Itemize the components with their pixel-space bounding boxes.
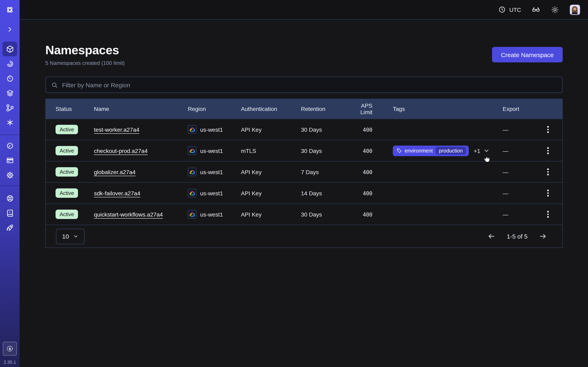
timezone-selector[interactable]: UTC	[498, 6, 521, 13]
aps-limit-cell: 400	[363, 127, 372, 133]
sidebar-item-deployments[interactable]	[2, 86, 17, 100]
sidebar-item-billing[interactable]	[2, 153, 17, 167]
gauge-icon	[6, 141, 14, 150]
search-bar[interactable]	[45, 77, 563, 93]
cube-icon	[6, 45, 14, 53]
row-menu-button[interactable]	[534, 126, 562, 133]
branch-icon	[6, 103, 14, 112]
sidebar-item-settings[interactable]	[2, 167, 17, 182]
workflows-icon	[6, 59, 14, 68]
sidebar: $ 2.35.1	[0, 0, 20, 367]
previous-page-button[interactable]	[488, 233, 495, 240]
user-avatar[interactable]	[570, 4, 580, 15]
tags-expand-button[interactable]	[484, 148, 490, 154]
sidebar-item-usage[interactable]	[2, 138, 17, 153]
export-cell: —	[503, 147, 534, 154]
auth-cell: API Key	[241, 169, 301, 175]
tags-more-count: +1	[474, 147, 480, 154]
dollar-badge-icon: $	[6, 345, 14, 353]
page-size-value: 10	[62, 233, 69, 240]
export-cell: —	[503, 169, 534, 175]
sidebar-item-worker-deployments[interactable]	[2, 100, 17, 115]
export-cell: —	[503, 211, 534, 217]
tag-chip[interactable]: environment production	[393, 145, 469, 156]
chevron-right-icon	[6, 26, 13, 33]
tag-icon	[397, 148, 402, 153]
column-header-status: Status	[46, 106, 94, 112]
status-badge: Active	[56, 188, 78, 198]
credits-badge-button[interactable]: $	[3, 342, 17, 356]
search-input[interactable]	[62, 81, 557, 88]
column-header-retention: Retention	[301, 106, 347, 112]
column-header-name: Name	[94, 106, 188, 112]
aps-limit-cell: 400	[363, 211, 372, 217]
namespace-link[interactable]: sdk-failover.a27a4	[94, 190, 140, 196]
rocket-icon	[6, 223, 14, 232]
sidebar-item-namespaces[interactable]	[2, 42, 17, 56]
page-size-select[interactable]: 10	[56, 229, 85, 244]
row-menu-button[interactable]	[534, 169, 562, 175]
sidebar-item-getting-started[interactable]	[2, 220, 17, 235]
sun-icon	[551, 6, 559, 14]
export-cell: —	[503, 190, 534, 196]
theme-toggle-button[interactable]	[551, 6, 559, 14]
chevron-down-icon	[73, 234, 78, 239]
temporal-logo-icon	[5, 0, 15, 20]
sidebar-item-schedules[interactable]	[2, 71, 17, 86]
create-namespace-button[interactable]: Create Namespace	[492, 47, 563, 62]
table-row: Active checkout-prod.a27a4 us-west1 mTLS…	[46, 140, 562, 161]
book-sparkles-icon	[6, 209, 14, 217]
region-label: us-west1	[200, 147, 223, 154]
status-badge: Active	[56, 167, 78, 176]
namespace-link[interactable]: checkout-prod.a27a4	[94, 147, 148, 154]
layers-icon	[6, 89, 14, 97]
svg-text:$: $	[9, 347, 11, 351]
gear-icon	[6, 171, 14, 179]
namespace-link[interactable]: globalizer.a27a4	[94, 169, 136, 175]
tags-cell: environment production +1	[378, 145, 503, 156]
region-label: us-west1	[200, 169, 223, 175]
sidebar-item-workflows[interactable]	[2, 56, 17, 71]
aps-limit-cell: 400	[363, 190, 372, 196]
sidebar-expand-button[interactable]	[2, 22, 17, 37]
sidebar-item-nexus[interactable]	[2, 115, 17, 130]
next-page-button[interactable]	[539, 233, 547, 240]
auth-cell: API Key	[241, 126, 301, 133]
row-menu-button[interactable]	[534, 147, 562, 154]
row-menu-button[interactable]	[534, 190, 562, 197]
retention-cell: 30 Days	[301, 126, 347, 133]
region-label: us-west1	[200, 211, 223, 217]
avatar-image	[570, 5, 579, 14]
namespace-link[interactable]: test-worker.a27a4	[94, 126, 139, 133]
timer-icon	[6, 74, 14, 83]
namespace-link[interactable]: quickstart-workflows.a27a4	[94, 211, 163, 217]
page-subtitle: 5 Namespaces created (100 limit)	[45, 60, 125, 66]
auth-cell: mTLS	[241, 147, 301, 154]
sidebar-item-docs[interactable]	[2, 206, 17, 220]
row-menu-button[interactable]	[534, 211, 562, 218]
billing-card-icon	[6, 156, 14, 165]
labs-toggle-button[interactable]	[532, 5, 540, 14]
app-version: 2.35.1	[3, 360, 16, 365]
gcp-region-icon	[188, 210, 196, 218]
sidebar-divider	[0, 185, 20, 186]
aps-limit-cell: 400	[363, 169, 372, 175]
tag-value: production	[436, 147, 466, 155]
namespaces-table: Status Name Region Authentication Retent…	[45, 99, 563, 248]
table-row: Active quickstart-workflows.a27a4 us-wes…	[46, 203, 562, 225]
table-row: Active test-worker.a27a4 us-west1 API Ke…	[46, 119, 562, 140]
clock-icon	[498, 6, 506, 13]
column-header-aps-limit: APS Limit	[347, 102, 378, 115]
arrow-left-icon	[488, 233, 495, 240]
gcp-region-icon	[188, 189, 196, 197]
gcp-region-icon	[188, 125, 196, 134]
sidebar-divider	[0, 134, 20, 135]
table-pagination: 10 1-5 of 5	[46, 225, 562, 248]
status-badge: Active	[56, 209, 78, 219]
topbar: UTC	[20, 0, 588, 20]
page-title: Namespaces	[45, 43, 125, 57]
table-row: Active globalizer.a27a4 us-west1 API Key…	[46, 161, 562, 182]
sidebar-item-support[interactable]	[2, 191, 17, 206]
chevron-down-icon	[484, 148, 490, 154]
gcp-region-icon	[188, 146, 196, 155]
